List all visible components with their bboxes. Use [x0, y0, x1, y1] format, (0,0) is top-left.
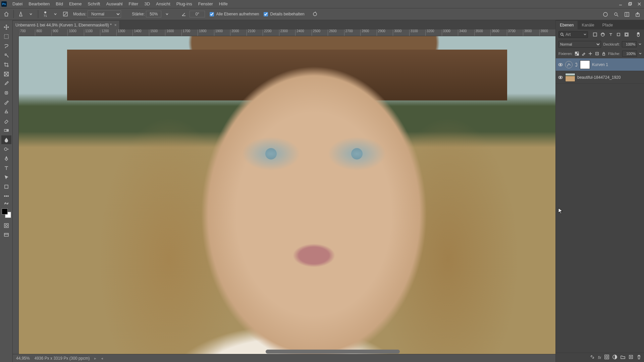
blur-tool[interactable] [1, 135, 11, 144]
clone-stamp-tool[interactable] [1, 107, 11, 116]
new-layer-icon[interactable] [629, 355, 633, 360]
foreground-color-swatch[interactable] [2, 208, 8, 215]
lock-artboard-icon[interactable] [595, 51, 599, 56]
layer-visibility-icon[interactable] [558, 75, 563, 80]
home-button[interactable] [2, 10, 11, 18]
move-tool[interactable] [1, 23, 11, 32]
blend-mode-select[interactable]: Normal [558, 41, 601, 48]
tab-channels[interactable]: Kanäle [578, 21, 598, 29]
window-minimize-button[interactable] [616, 0, 625, 8]
layer-row[interactable]: beautiful-1844724_1920 [556, 71, 644, 84]
menu-hilfe[interactable]: Hilfe [216, 0, 231, 8]
more-tools[interactable] [1, 192, 11, 200]
lock-pixels-icon[interactable] [575, 51, 579, 56]
filter-shape-icon[interactable] [616, 32, 622, 38]
menu-plug-ins[interactable]: Plug-ins [173, 0, 195, 8]
menu-3d[interactable]: 3D [141, 0, 153, 8]
menu-schrift[interactable]: Schrift [85, 0, 103, 8]
document-canvas[interactable] [19, 36, 555, 354]
lock-all-icon[interactable] [601, 51, 606, 56]
path-select-tool[interactable] [1, 173, 11, 182]
dodge-tool[interactable] [1, 145, 11, 154]
switch-colors-icon[interactable] [1, 201, 11, 206]
brush-settings-button[interactable] [61, 10, 70, 18]
lock-position-icon[interactable] [588, 51, 593, 56]
status-prev-icon[interactable]: ◂ [101, 356, 103, 361]
adjustment-thumb[interactable] [565, 61, 573, 68]
lasso-tool[interactable] [1, 42, 11, 50]
shape-tool[interactable] [1, 182, 11, 191]
menu-bearbeiten[interactable]: Bearbeiten [25, 0, 53, 8]
quick-mask-button[interactable] [1, 221, 11, 230]
filter-pixel-icon[interactable] [592, 32, 598, 38]
opacity-input[interactable] [622, 41, 637, 47]
filter-smart-icon[interactable] [624, 32, 630, 38]
layer-fx-icon[interactable]: fx [598, 355, 601, 360]
marquee-tool[interactable] [1, 32, 11, 41]
layer-thumb[interactable] [565, 73, 575, 82]
pressure-size-button[interactable] [311, 10, 319, 18]
link-layers-icon[interactable] [590, 355, 595, 360]
filter-type-icon[interactable] [608, 32, 614, 38]
horizontal-ruler[interactable]: 7008009001000110012001300140015001600170… [19, 29, 555, 36]
new-adjustment-icon[interactable] [612, 355, 617, 360]
angle-icon[interactable] [179, 10, 188, 18]
eraser-tool[interactable] [1, 117, 11, 125]
fill-input[interactable] [622, 51, 637, 57]
layer-mask-thumb[interactable] [580, 60, 590, 69]
sample-all-layers-input[interactable] [210, 12, 214, 16]
layer-row[interactable]: Kurven 1 [556, 58, 644, 71]
window-close-button[interactable] [635, 0, 644, 8]
crop-tool[interactable] [1, 60, 11, 69]
eyedropper-tool[interactable] [1, 79, 11, 88]
close-tab-icon[interactable]: × [114, 23, 117, 27]
add-mask-icon[interactable] [604, 355, 609, 360]
protect-detail-checkbox[interactable]: Details beibehalten [264, 12, 304, 16]
gradient-tool[interactable] [1, 126, 11, 135]
pen-tool[interactable] [1, 154, 11, 163]
brush-preset-picker[interactable]: 71 [41, 10, 50, 18]
type-tool[interactable] [1, 164, 11, 172]
opacity-dropdown-icon[interactable] [639, 43, 641, 46]
canvas-h-scrollbar[interactable] [19, 349, 555, 354]
layer-filter-type[interactable]: Art [558, 31, 588, 38]
frame-tool[interactable] [1, 70, 11, 78]
status-flyout-icon[interactable]: ▸ [94, 356, 96, 361]
menu-bild[interactable]: Bild [53, 0, 66, 8]
tool-preset-dropdown[interactable] [26, 10, 35, 18]
menu-ebene[interactable]: Ebene [66, 0, 85, 8]
current-tool-icon[interactable] [16, 10, 25, 18]
sample-all-layers-checkbox[interactable]: Alle Ebenen aufnehmen [210, 12, 259, 16]
menu-auswahl[interactable]: Auswahl [103, 0, 125, 8]
brush-tool[interactable] [1, 98, 11, 107]
new-group-icon[interactable] [621, 355, 625, 360]
menu-filter[interactable]: Filter [126, 0, 142, 8]
lock-paint-icon[interactable] [581, 51, 586, 56]
quick-select-tool[interactable] [1, 51, 11, 60]
strength-input[interactable] [146, 11, 161, 17]
strength-dropdown[interactable] [163, 10, 171, 18]
document-tab[interactable]: Unbenannt-1 bei 44,9% (Kurven 1, Ebenenm… [13, 21, 120, 29]
angle-input[interactable] [190, 11, 205, 17]
menu-ansicht[interactable]: Ansicht [153, 0, 173, 8]
menu-fenster[interactable]: Fenster [195, 0, 216, 8]
mode-select[interactable]: Normal [88, 10, 121, 18]
arrange-documents-button[interactable] [623, 10, 631, 19]
menu-datei[interactable]: Datei [9, 0, 25, 8]
zoom-level[interactable]: 44,95% [16, 356, 30, 361]
brush-preset-dropdown[interactable] [51, 10, 60, 18]
protect-detail-input[interactable] [264, 12, 268, 16]
delete-layer-icon[interactable] [637, 355, 641, 360]
color-swatches[interactable] [2, 208, 11, 218]
tab-paths[interactable]: Pfade [598, 21, 617, 29]
search-button[interactable] [612, 10, 621, 19]
tab-layers[interactable]: Ebenen [556, 21, 578, 29]
healing-brush-tool[interactable] [1, 88, 11, 97]
cloud-docs-button[interactable] [601, 10, 610, 19]
filter-toggle[interactable] [636, 32, 642, 38]
layer-visibility-icon[interactable] [558, 62, 563, 67]
scrollbar-thumb[interactable] [266, 350, 400, 354]
screen-mode-button[interactable] [1, 231, 11, 239]
share-button[interactable] [633, 10, 642, 19]
window-restore-button[interactable] [625, 0, 635, 8]
